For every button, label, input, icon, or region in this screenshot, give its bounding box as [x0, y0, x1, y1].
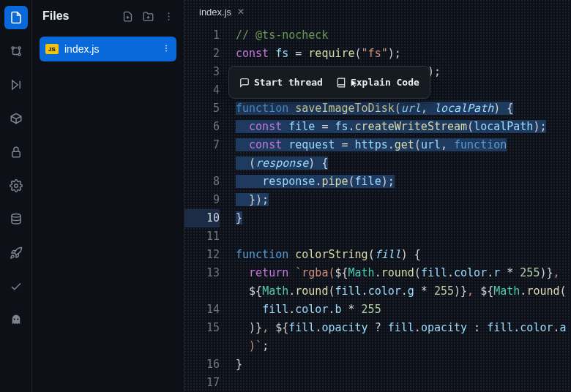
version-control-icon[interactable] [4, 39, 28, 63]
settings-icon[interactable] [4, 174, 28, 197]
svg-point-8 [13, 318, 15, 320]
packages-icon[interactable] [4, 107, 28, 130]
explain-code-button[interactable]: Explain Code [333, 72, 422, 93]
files-sidebar: Files JS index.js [32, 0, 184, 392]
files-tab-icon[interactable] [4, 6, 28, 29]
mouse-cursor-icon [349, 78, 359, 88]
svg-point-6 [14, 184, 18, 188]
file-kebab-icon[interactable] [162, 43, 171, 56]
tab-label: index.js [199, 7, 231, 18]
svg-point-16 [168, 18, 169, 20]
checkmark-icon[interactable] [4, 275, 28, 298]
explain-code-label: Explain Code [351, 73, 419, 91]
new-folder-icon[interactable] [140, 8, 156, 24]
line-gutter: 12345678910111213141516171819 [184, 23, 233, 392]
svg-point-17 [165, 45, 167, 46]
svg-point-0 [12, 47, 14, 49]
file-item-index-js[interactable]: JS index.js [40, 37, 176, 61]
tab-index-js[interactable]: index.js ✕ [192, 0, 252, 23]
svg-point-7 [12, 214, 20, 218]
deploy-icon[interactable] [4, 241, 28, 265]
run-icon[interactable] [4, 73, 28, 97]
svg-point-15 [168, 15, 169, 17]
sidebar-kebab-icon[interactable] [160, 8, 176, 24]
close-icon[interactable]: ✕ [237, 7, 245, 17]
code-editor[interactable]: 12345678910111213141516171819 // @ts-noc… [184, 23, 571, 392]
activity-bar [0, 0, 32, 392]
tab-row: index.js ✕ [184, 0, 571, 23]
js-badge-icon: JS [45, 44, 59, 54]
database-icon[interactable] [4, 208, 28, 231]
start-thread-label: Start thread [254, 73, 323, 91]
svg-marker-3 [12, 80, 18, 89]
sidebar-header: Files [32, 0, 184, 32]
new-file-icon[interactable] [119, 8, 135, 24]
svg-point-2 [18, 47, 20, 49]
svg-point-18 [165, 48, 167, 49]
file-name: index.js [64, 43, 156, 55]
lock-icon[interactable] [4, 140, 28, 164]
svg-point-9 [17, 318, 18, 320]
file-list: JS index.js [32, 32, 184, 66]
svg-point-19 [165, 50, 167, 51]
svg-point-1 [18, 53, 20, 56]
ghost-icon[interactable] [4, 309, 28, 332]
sidebar-title: Files [42, 10, 115, 23]
start-thread-button[interactable]: Start thread [236, 72, 326, 93]
svg-point-14 [168, 12, 169, 14]
editor-area: index.js ✕ 12345678910111213141516171819… [184, 0, 571, 392]
svg-rect-5 [12, 151, 20, 157]
code-context-menu: Start thread Explain Code [228, 66, 430, 99]
